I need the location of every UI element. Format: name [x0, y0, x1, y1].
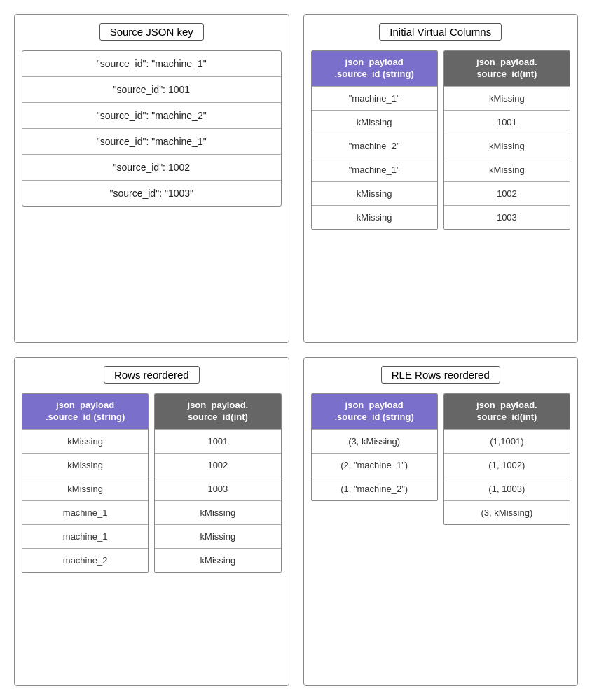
- initial-col2-cell-1: 1001: [444, 110, 570, 134]
- rows-reordered-panel: Rows reordered json_payload.source_id (s…: [14, 357, 289, 686]
- reordered-col1-cell-3: machine_1: [22, 500, 148, 524]
- rle-col2-header: json_payload.source_id(int): [444, 394, 570, 429]
- initial-col2-header: json_payload.source_id(int): [444, 51, 570, 86]
- source-row-3: "source_id": "machine_1": [22, 129, 281, 155]
- rle-columns-container: json_payload.source_id (string) (3, kMis…: [311, 393, 571, 525]
- reordered-col2-cell-4: kMissing: [155, 524, 280, 548]
- source-row-2: "source_id": "machine_2": [22, 103, 281, 129]
- initial-col2-table: json_payload.source_id(int) kMissing 100…: [443, 50, 570, 230]
- reordered-col1-table: json_payload.source_id (string) kMissing…: [22, 393, 149, 573]
- source-row-5: "source_id": "1003": [22, 181, 281, 206]
- rle-col1-cell-1: (2, "machine_1"): [312, 453, 437, 477]
- initial-col2-cell-5: 1003: [444, 205, 570, 229]
- rle-col2-table: json_payload.source_id(int) (1,1001) (1,…: [443, 393, 570, 525]
- initial-col1-header: json_payload.source_id (string): [312, 51, 437, 86]
- reordered-col1-cell-1: kMissing: [22, 453, 148, 477]
- initial-virtual-columns-title: Initial Virtual Columns: [379, 23, 502, 41]
- initial-col1-table: json_payload.source_id (string) "machine…: [311, 50, 438, 230]
- reordered-col2-cell-3: kMissing: [155, 500, 280, 524]
- initial-col1-cell-0: "machine_1": [312, 86, 437, 110]
- source-row-1: "source_id": 1001: [22, 77, 281, 103]
- rle-rows-reordered-panel: RLE Rows reordered json_payload.source_i…: [303, 357, 579, 686]
- initial-col1-cell-1: kMissing: [312, 110, 437, 134]
- initial-col2-cell-3: kMissing: [444, 158, 570, 181]
- initial-col2-cell-0: kMissing: [444, 86, 570, 110]
- source-row-0: "source_id": "machine_1": [22, 51, 281, 77]
- initial-col1-cell-3: "machine_1": [312, 158, 437, 181]
- rle-rows-reordered-title: RLE Rows reordered: [381, 366, 500, 384]
- reordered-col1-cell-0: kMissing: [22, 429, 148, 453]
- reordered-col2-cell-1: 1002: [155, 453, 280, 477]
- reordered-col1-cell-4: machine_1: [22, 524, 148, 548]
- initial-col1-cell-2: "machine_2": [312, 134, 437, 158]
- reordered-col2-cell-2: 1003: [155, 477, 280, 500]
- rle-col2-cell-0: (1,1001): [444, 429, 570, 453]
- rle-col2-cell-3: (3, kMissing): [444, 500, 570, 524]
- reordered-col2-header: json_payload.source_id(int): [155, 394, 280, 429]
- initial-col2-cell-2: kMissing: [444, 134, 570, 158]
- rle-col1-table: json_payload.source_id (string) (3, kMis…: [311, 393, 438, 501]
- rle-col1-cell-2: (1, "machine_2"): [312, 477, 437, 500]
- reordered-col2-cell-5: kMissing: [155, 548, 280, 572]
- reordered-col2-cell-0: 1001: [155, 429, 280, 453]
- rows-reordered-title: Rows reordered: [104, 366, 200, 384]
- reordered-col1-header: json_payload.source_id (string): [22, 394, 148, 429]
- source-row-4: "source_id": 1002: [22, 155, 281, 181]
- initial-virtual-columns-panel: Initial Virtual Columns json_payload.sou…: [303, 14, 579, 343]
- source-json-panel: Source JSON key "source_id": "machine_1"…: [14, 14, 289, 343]
- top-row: Source JSON key "source_id": "machine_1"…: [14, 14, 578, 343]
- source-json-table: "source_id": "machine_1" "source_id": 10…: [22, 50, 282, 206]
- rows-reordered-container: json_payload.source_id (string) kMissing…: [22, 393, 282, 573]
- initial-col1-cell-4: kMissing: [312, 181, 437, 205]
- rle-col2-cell-1: (1, 1002): [444, 453, 570, 477]
- reordered-col1-cell-5: machine_2: [22, 548, 148, 572]
- reordered-col2-table: json_payload.source_id(int) 1001 1002 10…: [154, 393, 281, 573]
- rle-col1-cell-0: (3, kMissing): [312, 429, 437, 453]
- source-json-title: Source JSON key: [99, 23, 204, 41]
- rle-col2-cell-2: (1, 1003): [444, 477, 570, 500]
- reordered-col1-cell-2: kMissing: [22, 477, 148, 500]
- bottom-row: Rows reordered json_payload.source_id (s…: [14, 357, 578, 686]
- initial-columns-container: json_payload.source_id (string) "machine…: [311, 50, 571, 230]
- rle-col1-header: json_payload.source_id (string): [312, 394, 437, 429]
- initial-col1-cell-5: kMissing: [312, 205, 437, 229]
- initial-col2-cell-4: 1002: [444, 181, 570, 205]
